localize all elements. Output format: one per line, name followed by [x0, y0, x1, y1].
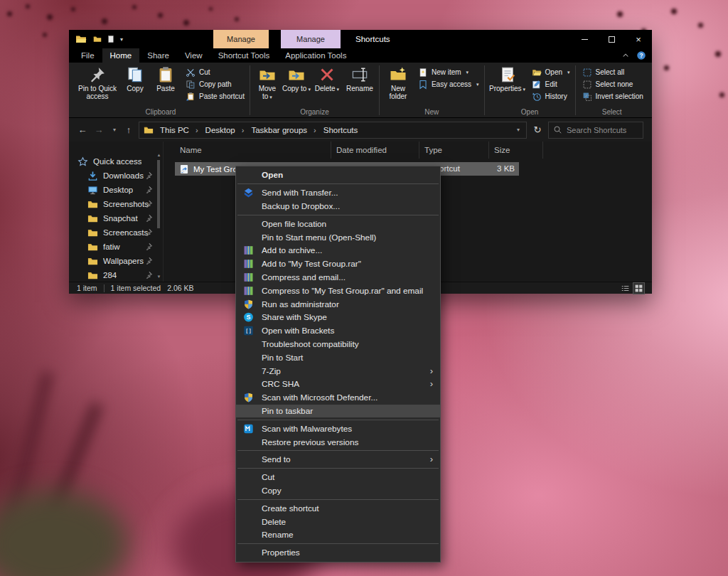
- sidebar-item-screenshots[interactable]: Screenshots: [69, 197, 163, 211]
- sidebar-item-snapchat[interactable]: Snapchat: [69, 211, 163, 225]
- refresh-icon[interactable]: ↻: [530, 124, 545, 135]
- column-size[interactable]: Size: [489, 142, 543, 159]
- menu-item-delete[interactable]: Delete ›: [236, 515, 440, 528]
- delete-button[interactable]: Delete▾: [311, 65, 343, 92]
- back-icon[interactable]: ←: [76, 124, 89, 135]
- contextual-tab-header-shortcut-tools[interactable]: Manage: [213, 30, 269, 48]
- select-none-button[interactable]: Select none: [580, 78, 646, 90]
- menu-item-7-zip[interactable]: 7-Zip ›: [236, 364, 440, 378]
- column-name[interactable]: Name: [175, 142, 331, 159]
- scroll-up-icon[interactable]: ▲: [156, 153, 162, 157]
- menu-item-add-to-my-test-group-rar[interactable]: Add to "My Test Group.rar" ›: [236, 257, 440, 271]
- sidebar-item-downloads[interactable]: Downloads: [69, 169, 163, 183]
- copy-button[interactable]: Copy: [121, 65, 149, 92]
- menu-item-rename[interactable]: Rename ›: [236, 528, 440, 542]
- menu-item-copy[interactable]: Copy ›: [236, 484, 440, 498]
- menu-item-pin-to-start[interactable]: Pin to Start ›: [236, 351, 440, 364]
- menu-item-troubleshoot-compatibility[interactable]: Troubleshoot compatibility ›: [236, 338, 440, 351]
- menu-item-compress-and-email[interactable]: Compress and email... ›: [236, 271, 440, 284]
- easy-access-button[interactable]: Easy access ▾: [416, 78, 481, 90]
- sidebar-item-desktop[interactable]: Desktop: [69, 183, 163, 197]
- menu-item-send-with-transfer[interactable]: Send with Transfer... ›: [236, 186, 440, 200]
- scroll-down-icon[interactable]: ▼: [156, 274, 162, 279]
- edit-button[interactable]: Edit: [530, 78, 572, 90]
- sidebar-item-quick-access[interactable]: Quick access: [69, 154, 163, 169]
- address-dropdown-icon[interactable]: ▾: [515, 127, 522, 133]
- select-all-button[interactable]: Select all: [580, 66, 646, 78]
- menu-item-restore-previous-versions[interactable]: Restore previous versions ›: [236, 435, 440, 449]
- menu-item-open-file-location[interactable]: Open file location ›: [236, 217, 440, 230]
- menu-item-send-to[interactable]: Send to ›: [236, 453, 440, 466]
- history-button[interactable]: History: [530, 90, 572, 102]
- menu-item-scan-with-microsoft-defender[interactable]: Scan with Microsoft Defender... ›: [236, 391, 440, 405]
- menu-item-run-as-administrator[interactable]: Run as administrator ›: [236, 297, 440, 311]
- menu-item-scan-with-malwarebytes[interactable]: Scan with Malwarebytes ›: [236, 422, 440, 435]
- tab-application-tools[interactable]: Application Tools: [277, 48, 354, 63]
- paste-button[interactable]: Paste: [150, 65, 181, 92]
- large-icons-view-button[interactable]: [633, 283, 644, 294]
- search-input[interactable]: [567, 126, 638, 134]
- qat-customize-icon[interactable]: ▾: [120, 36, 123, 43]
- column-date-modified[interactable]: Date modified: [331, 142, 419, 159]
- details-view-button[interactable]: [620, 283, 631, 294]
- copy-path-button[interactable]: Copy path: [183, 78, 247, 90]
- menu-item-compress-to-my-test-group-rar-and-email[interactable]: Compress to "My Test Group.rar" and emai…: [236, 284, 440, 297]
- open-button[interactable]: Open ▾: [530, 66, 572, 78]
- address-bar[interactable]: This PC›Desktop›Taskbar groups›Shortcuts…: [139, 122, 527, 139]
- qat-new-folder-icon[interactable]: [93, 35, 102, 43]
- rename-button[interactable]: Rename: [343, 65, 376, 92]
- tab-view[interactable]: View: [177, 48, 210, 63]
- scrollbar-thumb[interactable]: [157, 160, 160, 228]
- new-folder-button[interactable]: New folder: [382, 65, 414, 100]
- malwarebytes-icon: [243, 423, 254, 434]
- invert-selection-button[interactable]: Invert selection: [580, 90, 646, 102]
- menu-item-cut[interactable]: Cut ›: [236, 471, 440, 484]
- sidebar-item-fatiw[interactable]: fatiw: [69, 240, 163, 254]
- menu-item-open-with-brackets[interactable]: [] Open with Brackets ›: [236, 324, 440, 338]
- pin-icon: [144, 271, 153, 279]
- cut-button[interactable]: Cut: [183, 66, 247, 78]
- tab-home[interactable]: Home: [102, 48, 140, 63]
- copy-to-button[interactable]: Copy to▾: [282, 65, 311, 92]
- breadcrumb-item-shortcuts[interactable]: Shortcuts›: [320, 126, 362, 134]
- contextual-tab-header-application-tools[interactable]: Manage: [281, 30, 341, 48]
- sidebar-item-284[interactable]: 284: [69, 268, 163, 282]
- menu-item-add-to-archive[interactable]: Add to archive... ›: [236, 244, 440, 257]
- breadcrumb-item-desktop[interactable]: Desktop›: [202, 126, 248, 134]
- pin-to-quick-access-button[interactable]: Pin to Quick access: [75, 65, 120, 100]
- column-type[interactable]: Type: [419, 142, 489, 159]
- menu-item-create-shortcut[interactable]: Create shortcut ›: [236, 501, 440, 515]
- up-icon[interactable]: ↑: [122, 124, 135, 135]
- new-item-button[interactable]: New item ▾: [416, 66, 481, 78]
- tab-file[interactable]: File: [73, 48, 102, 63]
- menu-item-pin-to-start-menu-open-shell[interactable]: Pin to Start menu (Open-Shell) ›: [236, 230, 440, 244]
- menu-item-share-with-skype[interactable]: S Share with Skype ›: [236, 311, 440, 324]
- menu-item-backup-to-dropbox[interactable]: Backup to Dropbox... ›: [236, 200, 440, 213]
- search-box[interactable]: [548, 122, 643, 139]
- breadcrumb-item-taskbar-groups[interactable]: Taskbar groups›: [247, 126, 319, 134]
- menu-item-icon: [243, 352, 254, 363]
- forward-icon[interactable]: →: [92, 124, 105, 135]
- close-button[interactable]: ×: [625, 30, 652, 48]
- sidebar-item-wallpapers[interactable]: Wallpapers: [69, 254, 163, 268]
- paste-shortcut-button[interactable]: Paste shortcut: [183, 90, 247, 102]
- help-icon[interactable]: ?: [636, 50, 646, 60]
- winrar-icon: [243, 259, 254, 270]
- minimize-button[interactable]: [571, 30, 598, 48]
- sidebar-item-screencasts[interactable]: Screencasts: [69, 225, 163, 240]
- recent-locations-icon[interactable]: ▾: [110, 127, 119, 133]
- menu-item-crc-sha[interactable]: CRC SHA ›: [236, 378, 440, 391]
- menu-item-open[interactable]: Open ›: [236, 169, 440, 182]
- menu-item-properties[interactable]: Properties ›: [236, 546, 440, 560]
- move-to-button[interactable]: Move to▾: [253, 65, 282, 100]
- properties-button[interactable]: Properties▾: [488, 65, 528, 92]
- tab-share[interactable]: Share: [139, 48, 177, 63]
- tab-shortcut-tools[interactable]: Shortcut Tools: [210, 48, 278, 63]
- menu-item-pin-to-taskbar[interactable]: Pin to taskbar ›: [236, 405, 440, 418]
- column-headers: NameDate modifiedTypeSize: [164, 142, 652, 159]
- breadcrumb-item-this-pc[interactable]: This PC›: [156, 126, 202, 134]
- sidebar-scrollbar[interactable]: ▲ ▼: [156, 153, 162, 279]
- qat-properties-icon[interactable]: [107, 35, 115, 43]
- collapse-ribbon-icon[interactable]: [621, 51, 630, 60]
- maximize-button[interactable]: [598, 30, 625, 48]
